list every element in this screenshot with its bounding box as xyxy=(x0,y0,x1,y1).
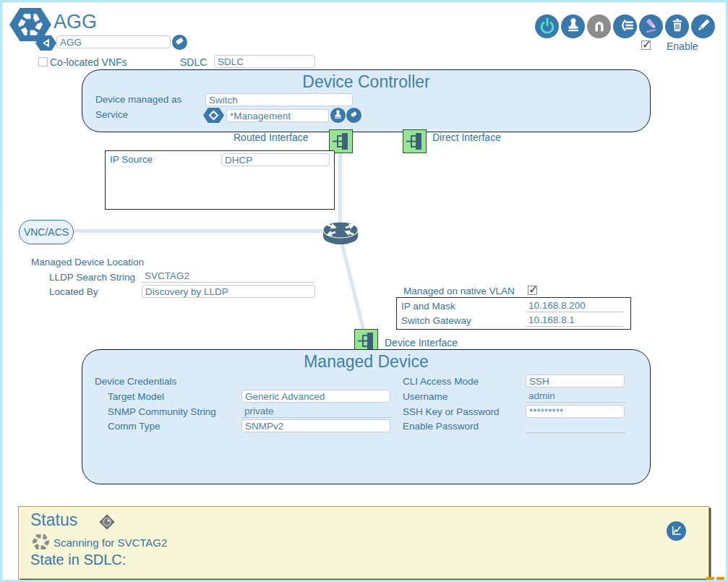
located-by-input[interactable] xyxy=(142,285,315,298)
ip-source-label: IP Source xyxy=(110,154,153,165)
device-credentials-heading: Device Credentials xyxy=(95,376,176,387)
direct-interface-icon[interactable] xyxy=(403,129,427,153)
highlighter-icon xyxy=(642,16,661,37)
magnet-button[interactable] xyxy=(587,14,611,38)
managed-device-panel: Managed Device Device Credentials Target… xyxy=(82,349,651,484)
located-by-label: Located By xyxy=(49,286,98,297)
power-button[interactable] xyxy=(535,14,559,38)
service-stamp-button[interactable] xyxy=(330,108,346,123)
page-title: AGG xyxy=(53,11,97,33)
username-input[interactable] xyxy=(526,390,626,403)
chart-icon xyxy=(669,523,683,539)
history-chart-button[interactable] xyxy=(667,521,686,541)
highlighter-button[interactable] xyxy=(639,14,663,38)
trash-icon xyxy=(668,16,687,37)
routed-interface-label: Routed Interface xyxy=(234,132,309,143)
enable-label: Enable xyxy=(667,40,698,52)
comm-type-input[interactable] xyxy=(241,419,390,432)
service-input[interactable] xyxy=(226,109,329,122)
stamp-button[interactable] xyxy=(561,14,585,38)
magnet-icon xyxy=(590,16,609,37)
status-title: Status xyxy=(30,510,77,530)
managed-device-title: Managed Device xyxy=(82,352,650,372)
stamp-icon xyxy=(564,16,583,37)
enable-password-input[interactable] xyxy=(526,420,626,433)
trash-button[interactable] xyxy=(665,14,689,38)
stamp-icon xyxy=(332,108,344,123)
enable-password-label: Enable Password xyxy=(403,421,479,432)
lldp-search-input[interactable] xyxy=(142,270,315,283)
snmp-community-label: SNMP Community String xyxy=(108,406,216,417)
connector-routed-to-router xyxy=(338,152,342,224)
ip-source-box: IP Source xyxy=(105,150,335,210)
managed-device-location-heading: Managed Device Location xyxy=(31,257,144,268)
colocated-vnfs-checkbox[interactable] xyxy=(38,57,48,67)
scanning-spinner-icon xyxy=(33,534,49,553)
service-clear-button[interactable] xyxy=(346,108,361,123)
service-label: Service xyxy=(95,109,128,120)
device-name-input[interactable] xyxy=(56,35,171,48)
eraser-icon xyxy=(348,108,360,123)
edit-button[interactable] xyxy=(691,14,715,38)
switch-gateway-label: Switch Gateway xyxy=(401,315,471,326)
ssh-key-label: SSH Key or Password xyxy=(403,406,500,417)
clear-name-button[interactable] xyxy=(172,35,187,50)
service-diamond-icon xyxy=(203,108,224,126)
ip-and-mask-label: IP and Mask xyxy=(401,301,455,312)
vnc-acs-button[interactable]: VNC/ACS xyxy=(19,220,74,244)
cli-access-mode-label: CLI Access Mode xyxy=(403,376,479,387)
tag-icon xyxy=(35,35,56,54)
enable-checkbox[interactable] xyxy=(641,40,651,50)
target-model-label: Target Model xyxy=(108,391,164,402)
resize-grip[interactable] xyxy=(716,577,724,582)
connector-vnc-to-router xyxy=(71,229,327,233)
details-button[interactable] xyxy=(613,14,637,38)
device-controller-panel: Device Controller Device managed as Serv… xyxy=(82,69,651,132)
snmp-community-input[interactable] xyxy=(241,405,392,418)
device-controller-title: Device Controller xyxy=(82,72,650,92)
sdlc-label: SDLC xyxy=(180,56,207,68)
status-panel: Status Scanning for SVCTAG2 State in SDL… xyxy=(18,506,709,579)
device-interface-label: Device Interface xyxy=(385,337,458,348)
comm-type-label: Comm Type xyxy=(108,421,160,432)
username-label: Username xyxy=(403,391,447,402)
scanning-text: Scanning for SVCTAG2 xyxy=(53,536,167,549)
lldp-search-label: LLDP Search String xyxy=(49,272,135,283)
native-vlan-checkbox[interactable] xyxy=(528,286,537,295)
device-managed-as-label: Device managed as xyxy=(95,94,181,105)
ip-and-mask-input[interactable] xyxy=(526,299,624,312)
power-icon xyxy=(538,16,557,37)
ip-source-input[interactable] xyxy=(221,153,330,166)
state-in-sdlc-text: State in SDLC: xyxy=(30,552,126,568)
target-model-input[interactable] xyxy=(241,390,390,403)
cli-access-mode-input[interactable] xyxy=(526,375,625,388)
ssh-key-input[interactable] xyxy=(526,405,625,418)
direct-interface-label: Direct Interface xyxy=(432,132,501,143)
device-managed-as-input[interactable] xyxy=(205,93,353,106)
details-icon xyxy=(616,16,635,37)
device-config-page: AGG Co-located VNFs SDLC xyxy=(0,0,728,582)
resize-grip[interactable] xyxy=(706,577,714,582)
router-icon[interactable] xyxy=(322,219,359,251)
native-vlan-label: Managed on native VLAN xyxy=(403,286,515,296)
eraser-icon xyxy=(172,34,187,51)
connector-router-to-device-interface xyxy=(339,239,365,330)
status-diamond-icon xyxy=(97,512,117,535)
sdlc-input[interactable] xyxy=(214,55,315,68)
switch-gateway-input[interactable] xyxy=(526,314,624,327)
colocated-vnfs-label: Co-located VNFs xyxy=(50,56,127,68)
edit-pencil-icon xyxy=(694,16,713,37)
vlan-ip-box: IP and Mask Switch Gateway xyxy=(396,297,631,330)
